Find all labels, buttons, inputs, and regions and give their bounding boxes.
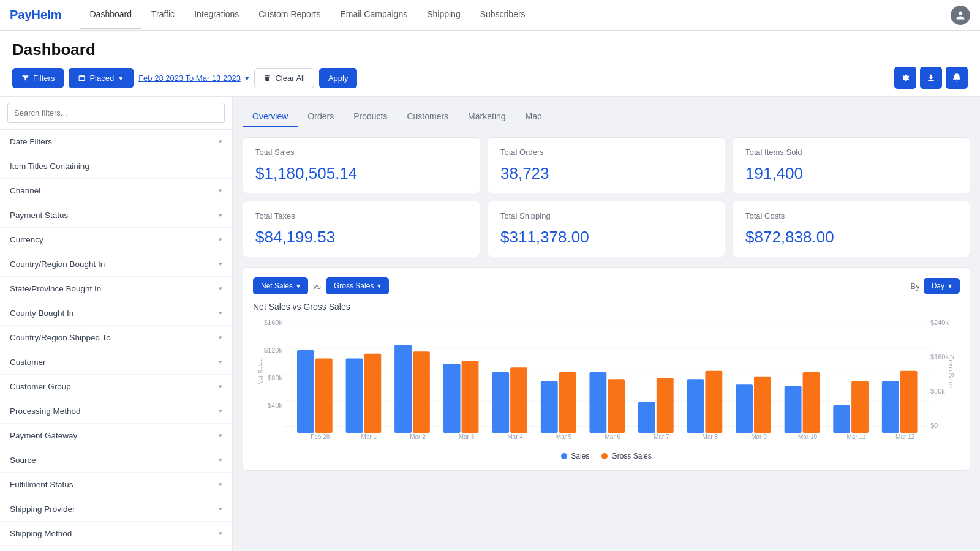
stat-value: 191,400 <box>745 164 957 183</box>
download-icon-button[interactable] <box>920 67 942 89</box>
chevron-icon: ▾ <box>219 530 222 538</box>
filter-item[interactable]: Customer ▾ <box>0 350 232 375</box>
y-axis-right-label: Gross Sales <box>947 355 954 388</box>
svg-text:Mar 8: Mar 8 <box>703 433 718 440</box>
filter-item[interactable]: Shipping Method ▾ <box>0 522 232 546</box>
filter-item[interactable]: Payment Gateway ▾ <box>0 424 232 448</box>
nav-custom-reports[interactable]: Custom Reports <box>249 1 330 29</box>
filter-item[interactable]: Country/Region Shipped To ▾ <box>0 326 232 350</box>
svg-rect-25 <box>608 379 625 433</box>
filter-label: Country/Region Shipped To <box>10 333 111 342</box>
chevron-icon: ▾ <box>219 187 222 195</box>
legend-dot-sales <box>561 453 567 459</box>
date-range-text[interactable]: Feb 28 2023 To Mar 13 2023 ▾ <box>138 73 249 83</box>
chevron-icon: ▾ <box>219 309 222 317</box>
tab-orders[interactable]: Orders <box>298 107 344 127</box>
chevron-icon: ▾ <box>219 505 222 513</box>
search-input[interactable] <box>7 103 225 123</box>
stat-label: Total Shipping <box>500 211 712 220</box>
nav-subscribers[interactable]: Subscribers <box>470 1 535 29</box>
filter-item[interactable]: Fulfillment Status ▾ <box>0 473 232 497</box>
svg-rect-24 <box>559 372 576 433</box>
day-button[interactable]: Day ▾ <box>924 278 960 294</box>
main-content: OverviewOrdersProductsCustomersMarketing… <box>233 97 980 551</box>
y-axis-left-label: Net Sales <box>258 358 265 384</box>
svg-rect-27 <box>705 371 722 433</box>
page-title: Dashboard <box>12 40 968 59</box>
svg-rect-19 <box>315 359 333 433</box>
user-avatar[interactable] <box>951 6 970 25</box>
filter-item[interactable]: Date Filters ▾ <box>0 130 232 154</box>
filter-item[interactable]: Processing Method ▾ <box>0 399 232 424</box>
filter-item[interactable]: Coupon Code ▾ <box>0 546 232 551</box>
svg-rect-10 <box>541 381 558 433</box>
filter-item[interactable]: State/Province Bought In ▾ <box>0 277 232 301</box>
apply-button[interactable]: Apply <box>319 68 358 88</box>
filter-label: Customer <box>10 358 46 367</box>
tab-overview[interactable]: Overview <box>243 107 298 127</box>
chart-title: Net Sales vs Gross Sales <box>253 302 960 312</box>
stat-value: $311,378.00 <box>500 228 712 247</box>
filter-item[interactable]: Customer Group ▾ <box>0 375 232 399</box>
tab-products[interactable]: Products <box>344 107 397 127</box>
filter-icon <box>21 74 29 82</box>
chevron-icon: ▾ <box>219 432 222 440</box>
filter-label: Currency <box>10 235 43 244</box>
filter-label: Channel <box>10 186 40 195</box>
chart-toolbar: Net Sales ▾ vs Gross Sales ▾ By Day ▾ <box>253 277 960 294</box>
filter-label: Item Titles Containing <box>10 162 89 171</box>
settings-icon-button[interactable] <box>894 67 916 89</box>
chevron-icon: ▾ <box>219 481 222 489</box>
tab-map[interactable]: Map <box>516 107 552 127</box>
stat-label: Total Costs <box>745 211 957 220</box>
chevron-icon: ▾ <box>219 285 222 293</box>
svg-text:Mar 11: Mar 11 <box>847 433 867 440</box>
nav-email-campaigns[interactable]: Email Campaigns <box>330 1 417 29</box>
svg-text:Mar 5: Mar 5 <box>556 433 572 440</box>
filter-item[interactable]: Payment Status ▾ <box>0 203 232 228</box>
placed-button[interactable]: Placed ▾ <box>69 68 134 88</box>
stat-card: Total Shipping $311,378.00 <box>488 201 725 257</box>
filter-label: Country/Region Bought In <box>10 260 105 269</box>
nav-dashboard[interactable]: Dashboard <box>80 1 142 29</box>
nav-shipping[interactable]: Shipping <box>417 1 470 29</box>
bell-icon-button[interactable] <box>946 67 968 89</box>
svg-rect-16 <box>833 405 850 433</box>
filters-button[interactable]: Filters <box>12 68 64 88</box>
tab-customers[interactable]: Customers <box>397 107 458 127</box>
filter-label: Shipping Provider <box>10 504 75 514</box>
filter-item[interactable]: Source ▾ <box>0 448 232 473</box>
filter-item[interactable]: Country/Region Bought In ▾ <box>0 252 232 277</box>
stat-value: $1,180,505.14 <box>255 164 467 183</box>
nav-items: Dashboard Traffic Integrations Custom Re… <box>80 1 535 29</box>
filter-item[interactable]: Item Titles Containing <box>0 154 232 179</box>
svg-rect-7 <box>394 345 412 433</box>
top-nav: PayHelm Dashboard Traffic Integrations C… <box>0 0 980 31</box>
filter-item[interactable]: Currency ▾ <box>0 228 232 252</box>
stats-grid: Total Sales $1,180,505.14 Total Orders 3… <box>243 137 970 257</box>
svg-text:Mar 7: Mar 7 <box>654 433 669 440</box>
gross-sales-button[interactable]: Gross Sales ▾ <box>326 277 389 294</box>
filter-item[interactable]: County Bought In ▾ <box>0 301 232 326</box>
svg-text:Mar 9: Mar 9 <box>751 433 767 440</box>
nav-integrations[interactable]: Integrations <box>184 1 249 29</box>
filter-label: Payment Gateway <box>10 431 77 440</box>
svg-rect-9 <box>492 372 509 433</box>
chevron-icon: ▾ <box>219 236 222 244</box>
toolbar-right <box>894 67 968 89</box>
stat-card: Total Items Sold 191,400 <box>733 137 970 193</box>
chevron-icon: ▾ <box>219 456 222 464</box>
stat-card: Total Taxes $84,199.53 <box>243 201 480 257</box>
chart-legend: Sales Gross Sales <box>253 452 960 460</box>
net-sales-button[interactable]: Net Sales ▾ <box>253 277 308 294</box>
filter-label: Payment Status <box>10 211 68 220</box>
svg-text:Mar 4: Mar 4 <box>507 433 523 440</box>
nav-traffic[interactable]: Traffic <box>141 1 184 29</box>
clear-all-button[interactable]: Clear All <box>254 68 314 88</box>
filter-item[interactable]: Shipping Provider ▾ <box>0 497 232 522</box>
chart-section: Net Sales ▾ vs Gross Sales ▾ By Day ▾ Ne… <box>243 267 970 471</box>
svg-rect-23 <box>510 367 527 433</box>
stat-label: Total Orders <box>500 148 712 157</box>
filter-item[interactable]: Channel ▾ <box>0 179 232 203</box>
tab-marketing[interactable]: Marketing <box>458 107 515 127</box>
